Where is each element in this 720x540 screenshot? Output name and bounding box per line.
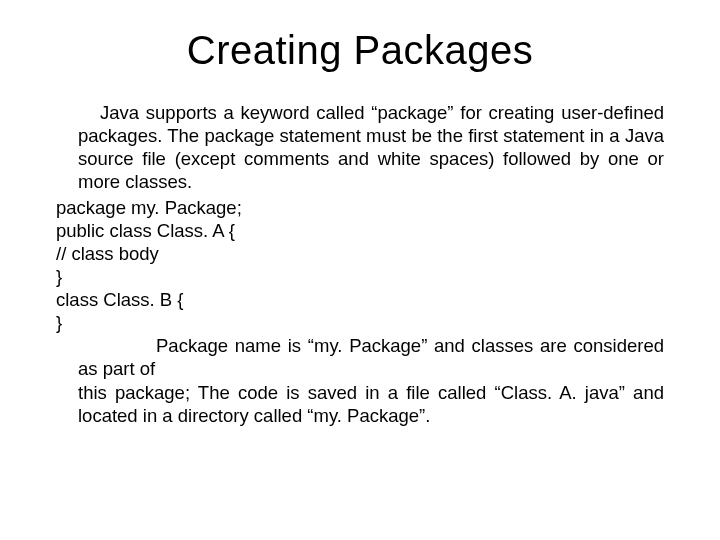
code-line-6: } — [56, 311, 664, 334]
code-line-3: // class body — [56, 242, 664, 265]
outro-paragraph-line1: Package name is “my. Package” and classe… — [78, 334, 664, 380]
slide: Creating Packages Java supports a keywor… — [0, 0, 720, 540]
intro-paragraph: Java supports a keyword called “package”… — [78, 101, 664, 194]
code-line-5: class Class. B { — [56, 288, 664, 311]
code-line-2: public class Class. A { — [56, 219, 664, 242]
outro-paragraph-line2: this package; The code is saved in a fil… — [78, 381, 664, 427]
code-line-4: } — [56, 265, 664, 288]
slide-title: Creating Packages — [56, 28, 664, 73]
code-line-1: package my. Package; — [56, 196, 664, 219]
